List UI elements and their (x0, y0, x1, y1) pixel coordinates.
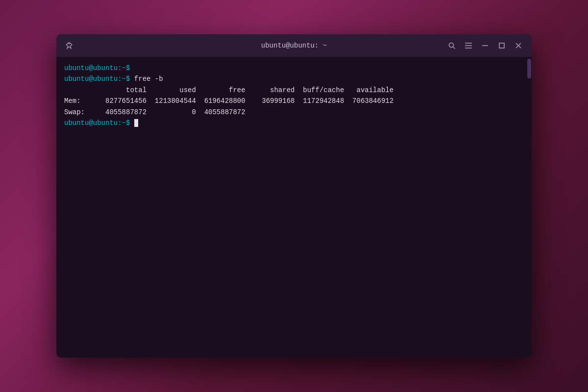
cursor (134, 119, 138, 127)
terminal-wrapper: ubuntu@ubuntu:~$ ubuntu@ubuntu:~$ free -… (56, 57, 532, 358)
command-2: free -b (130, 75, 163, 83)
titlebar-controls (444, 38, 526, 53)
maximize-button[interactable] (494, 38, 509, 53)
scrollbar-track[interactable] (527, 57, 532, 358)
titlebar-left (62, 39, 76, 52)
terminal-line-5: Swap: 4055887872 0 4055887872 (64, 107, 519, 118)
pin-icon[interactable] (62, 39, 76, 52)
close-button[interactable] (511, 38, 526, 53)
prompt-1: ubuntu@ubuntu:~$ (64, 64, 130, 72)
terminal-line-6: ubuntu@ubuntu:~$ (64, 118, 519, 128)
minimize-button[interactable] (478, 38, 492, 53)
svg-line-1 (453, 47, 455, 49)
menu-button[interactable] (461, 38, 476, 53)
terminal-line-3: total used free shared buff/cache availa… (64, 85, 519, 96)
terminal-line-1: ubuntu@ubuntu:~$ (64, 63, 519, 74)
window-title: ubuntu@ubuntu: ~ (261, 42, 327, 49)
prompt-2: ubuntu@ubuntu:~$ (64, 75, 130, 83)
terminal-content[interactable]: ubuntu@ubuntu:~$ ubuntu@ubuntu:~$ free -… (56, 57, 527, 358)
search-button[interactable] (444, 38, 459, 53)
command-3 (130, 119, 134, 127)
output-swap: Swap: 4055887872 0 4055887872 (64, 108, 245, 116)
scrollbar-thumb[interactable] (527, 59, 531, 78)
prompt-3: ubuntu@ubuntu:~$ (64, 119, 130, 127)
terminal-window: ubuntu@ubuntu: ~ (56, 34, 532, 358)
output-header: total used free shared buff/cache availa… (64, 86, 393, 94)
titlebar: ubuntu@ubuntu: ~ (56, 34, 532, 57)
svg-rect-6 (499, 43, 504, 48)
output-mem: Mem: 8277651456 1213804544 6196428800 36… (64, 97, 393, 105)
terminal-line-4: Mem: 8277651456 1213804544 6196428800 36… (64, 96, 519, 106)
terminal-line-2: ubuntu@ubuntu:~$ free -b (64, 74, 519, 84)
